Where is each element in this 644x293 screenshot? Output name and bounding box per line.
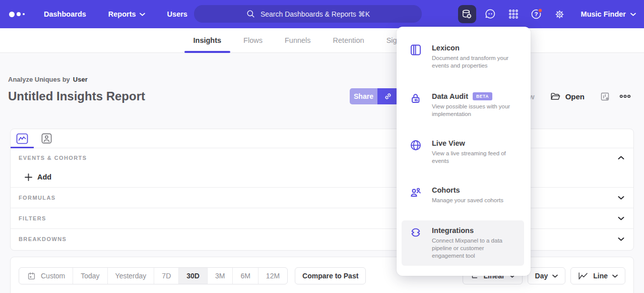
menu-item-title: Data Audit — [432, 92, 468, 100]
section-label: EVENTS & COHORTS — [19, 155, 87, 161]
expand-section-button[interactable] — [618, 237, 624, 241]
apps-grid-icon[interactable] — [504, 5, 523, 23]
more-options-button[interactable] — [619, 94, 631, 99]
range-custom[interactable]: Custom — [19, 268, 73, 284]
menu-item-lexicon[interactable]: Lexicon Document and transform your even… — [397, 40, 531, 74]
open-report-button[interactable]: Open — [550, 91, 585, 102]
section-label: BREAKDOWNS — [19, 236, 67, 242]
add-to-dashboard-button[interactable] — [600, 91, 610, 102]
range-label: 3M — [215, 272, 225, 280]
section-filters[interactable]: FILTERS — [11, 208, 633, 228]
add-to-dashboard-icon — [600, 91, 610, 102]
chevron-down-icon — [140, 13, 145, 16]
range-12m[interactable]: 12M — [259, 268, 287, 284]
data-tools-icon[interactable] — [458, 5, 476, 23]
section-formulas[interactable]: FORMULAS — [11, 187, 633, 208]
line-chart-icon — [578, 271, 589, 280]
nav-reports-label: Reports — [108, 10, 136, 18]
menu-item-live-view[interactable]: Live View View a live streaming feed of … — [397, 135, 531, 169]
range-7d[interactable]: 7D — [154, 268, 179, 284]
tab-insights[interactable]: Insights — [184, 28, 231, 52]
menu-item-title: Live View — [432, 139, 465, 147]
chevron-down-icon — [618, 196, 624, 200]
section-label: FORMULAS — [19, 195, 56, 201]
tab-label: Insights — [194, 36, 222, 44]
search-placeholder: Search Dashboards & Reports ⌘K — [261, 10, 370, 18]
compare-label: Compare to Past — [302, 272, 358, 280]
range-label: Yesterday — [115, 272, 147, 280]
expand-section-button[interactable] — [618, 196, 624, 200]
open-label: Open — [565, 92, 585, 101]
calendar-icon — [27, 271, 36, 281]
book-icon — [410, 44, 422, 56]
menu-item-title: Cohorts — [432, 186, 460, 194]
menu-item-cohorts[interactable]: Cohorts Manage your saved cohorts — [397, 182, 531, 208]
tab-funnels[interactable]: Funnels — [276, 28, 320, 52]
range-3m[interactable]: 3M — [208, 268, 233, 284]
link-icon — [383, 91, 393, 101]
interval-label: Day — [535, 272, 548, 280]
chart-type-label: Line — [593, 272, 608, 280]
search-input[interactable]: Search Dashboards & Reports ⌘K — [194, 5, 422, 23]
menu-item-data-audit[interactable]: Data Audit BETA View possible issues wit… — [397, 88, 531, 122]
notification-dot — [538, 9, 542, 13]
menu-item-desc: Connect Mixpanel to a data pipeline or c… — [432, 237, 517, 260]
tab-retention[interactable]: Retention — [324, 28, 373, 52]
menu-item-integrations[interactable]: Integrations Connect Mixpanel to a data … — [402, 220, 524, 266]
menu-item-desc: Document and transform your events and p… — [432, 54, 523, 70]
menu-item-desc: View a live streaming feed of events — [432, 150, 523, 165]
section-label: FILTERS — [19, 215, 46, 221]
add-event-button[interactable]: Add — [11, 167, 633, 187]
section-breakdowns[interactable]: BREAKDOWNS — [11, 228, 633, 249]
help-icon[interactable]: ? — [528, 5, 546, 23]
share-button[interactable]: Share — [350, 88, 377, 104]
tab-label: Funnels — [285, 36, 311, 44]
breadcrumb-value[interactable]: User — [73, 76, 88, 83]
range-label: Custom — [41, 272, 65, 280]
audit-lock-icon — [410, 92, 422, 104]
globe-icon — [410, 139, 422, 151]
tab-flows[interactable]: Flows — [234, 28, 272, 52]
nav-users-label: Users — [167, 10, 187, 18]
expand-section-button[interactable] — [618, 216, 624, 220]
section-events-cohorts[interactable]: EVENTS & COHORTS — [11, 148, 633, 167]
range-label: 30D — [186, 272, 200, 280]
tab-label: Flows — [243, 36, 263, 44]
share-link-button[interactable] — [377, 88, 399, 104]
active-tab-underline — [11, 147, 34, 148]
project-name: Music Finder — [581, 10, 626, 18]
chevron-down-icon — [612, 274, 618, 278]
mixpanel-logo-icon[interactable] — [9, 12, 25, 17]
project-switcher[interactable]: Music Finder — [581, 10, 636, 18]
nav-dashboards[interactable]: Dashboards — [44, 10, 86, 18]
interval-selector[interactable]: Day — [528, 267, 566, 284]
range-30d[interactable]: 30D — [179, 268, 208, 284]
nav-users[interactable]: Users — [167, 10, 187, 18]
page-title[interactable]: Untitled Insights Report — [8, 89, 145, 103]
date-range-segmented-control: Custom Today Yesterday 7D 30D 3M 6M 12M — [19, 267, 288, 284]
nav-dashboards-label: Dashboards — [44, 10, 86, 18]
nav-reports[interactable]: Reports — [108, 10, 145, 18]
users-tab[interactable] — [40, 132, 53, 145]
compare-to-past-button[interactable]: Compare to Past — [295, 267, 366, 284]
chevron-down-icon — [552, 274, 558, 278]
collapse-section-button[interactable] — [618, 156, 624, 160]
menu-item-title: Integrations — [432, 226, 474, 235]
breadcrumb-prefix: Analyze Uniques by — [8, 76, 70, 83]
plus-icon — [25, 173, 32, 181]
menu-item-desc: View possible issues with your implement… — [432, 103, 523, 118]
settings-gear-icon[interactable] — [551, 5, 569, 23]
svg-text:?: ? — [534, 11, 538, 17]
menu-item-title: Lexicon — [432, 44, 460, 52]
range-today[interactable]: Today — [73, 268, 107, 284]
cohorts-people-icon — [410, 186, 422, 198]
messages-icon[interactable] — [481, 5, 499, 23]
tab-label: Retention — [333, 36, 364, 44]
query-builder-panel: EVENTS & COHORTS Add FORMULAS FILTERS BR… — [10, 129, 634, 251]
range-yesterday[interactable]: Yesterday — [108, 268, 155, 284]
range-6m[interactable]: 6M — [233, 268, 258, 284]
search-icon — [246, 9, 255, 19]
chart-type-selector[interactable]: Line — [570, 267, 625, 284]
person-tab-icon — [41, 133, 52, 144]
metrics-tab[interactable] — [16, 132, 29, 145]
